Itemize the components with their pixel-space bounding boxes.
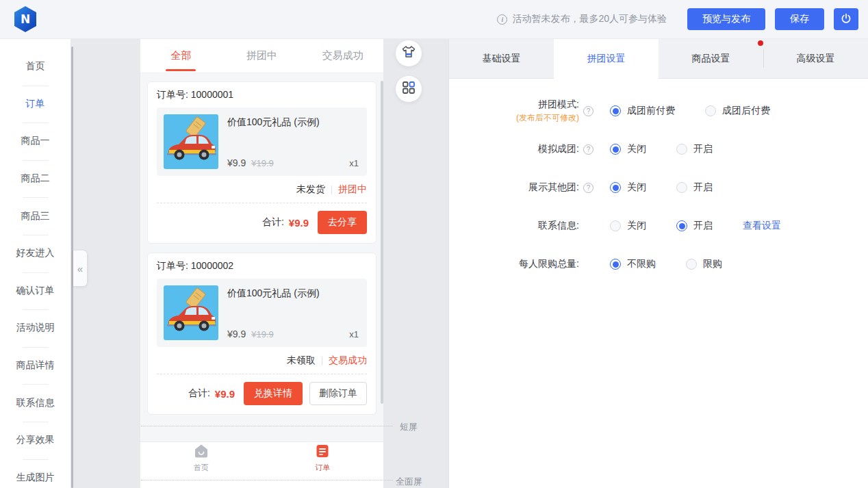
order-number: 订单号: 10000001 — [148, 82, 376, 107]
sidebar-item-product-detail[interactable]: 商品详情 — [0, 347, 71, 385]
product-info: 价值100元礼品 (示例) ¥9.9 ¥19.9 x1 — [227, 114, 360, 169]
help-icon[interactable] — [583, 183, 593, 193]
tab-deal-success[interactable]: 交易成功 — [303, 39, 383, 73]
redeem-detail-button[interactable]: 兑换详情 — [244, 382, 303, 405]
group-settings-form: 拼团模式: (发布后不可修改) 成团前付费 成团后付费 模拟成团: — [449, 79, 868, 279]
radio-on[interactable]: 开启 — [676, 181, 713, 194]
radio-group: 成团前付费 成团后付费 — [610, 105, 800, 117]
product-image — [164, 114, 218, 169]
ship-status: 未领取 — [287, 355, 316, 367]
order-card-footer: 合计: ¥9.9 兑换详情 删除订单 — [148, 374, 376, 414]
help-icon[interactable] — [583, 144, 593, 155]
sidebar-item-home[interactable]: 首页 — [0, 48, 71, 86]
form-row-purchase-limit: 每人限购总量: 不限购 限购 — [449, 250, 868, 279]
product-info: 价值100元礼品 (示例) ¥9.9 ¥19.9 x1 — [227, 285, 360, 340]
page-sidebar: 首页 订单 商品一 商品二 商品三 好友进入 确认订单 活动说明 商品详情 联系… — [0, 39, 71, 488]
app-root: N 活动暂未发布，最多20人可参与体验 预览与发布 保存 首页 订单 商品一 商… — [0, 0, 868, 488]
tabbar-item-orders[interactable]: 订单 — [262, 442, 384, 473]
order-status-tabs: 全部 拼团中 交易成功 — [140, 39, 383, 73]
view-settings-link[interactable]: 查看设置 — [743, 220, 781, 232]
full-screen-marker-line — [141, 480, 393, 480]
radio-icon — [676, 182, 687, 193]
product-priceline: ¥9.9 ¥19.9 x1 — [227, 157, 359, 168]
sidebar-item-generate-image[interactable]: 生成图片 — [0, 459, 71, 488]
phone-bottom-area: 首页 订单 — [140, 441, 383, 488]
sidebar-item-contact-info[interactable]: 联系信息 — [0, 384, 71, 422]
radio-icon — [610, 220, 621, 231]
total-amount: ¥9.9 — [289, 217, 309, 229]
sidebar-item-friend-entry[interactable]: 好友进入 — [0, 235, 71, 272]
radio-off[interactable]: 关闭 — [610, 181, 646, 194]
order-card: 订单号: 10000001 — [147, 81, 376, 244]
status-divider — [331, 185, 332, 194]
radio-pay-after-group[interactable]: 成团后付费 — [705, 105, 770, 117]
sidebar-item-activity-info[interactable]: 活动说明 — [0, 309, 71, 347]
theme-style-button[interactable] — [396, 40, 422, 66]
tab-product-settings[interactable]: 商品设置 — [659, 39, 763, 79]
product-quantity: x1 — [349, 329, 359, 339]
product-original-price: ¥19.9 — [251, 158, 274, 168]
radio-icon — [676, 220, 687, 231]
form-row-show-other-groups: 展示其他团: 关闭 开启 — [449, 173, 868, 202]
collapse-icon: « — [77, 263, 83, 274]
sidebar-item-orders[interactable]: 订单 — [0, 86, 71, 123]
sidebar-item-product1[interactable]: 商品一 — [0, 123, 71, 160]
form-row-simulate-group: 模拟成团: 关闭 开启 — [449, 135, 868, 164]
tab-all[interactable]: 全部 — [140, 39, 221, 73]
tab-group-settings[interactable]: 拼团设置 — [554, 39, 659, 79]
tab-grouping[interactable]: 拼团中 — [221, 39, 302, 73]
short-screen-marker-line — [141, 426, 393, 426]
notice-text: 活动暂未发布，最多20人可参与体验 — [512, 13, 667, 25]
radio-on[interactable]: 开启 — [676, 220, 713, 232]
radio-off[interactable]: 关闭 — [610, 220, 646, 232]
product-row[interactable]: 价值100元礼品 (示例) ¥9.9 ¥19.9 x1 — [157, 279, 367, 347]
deal-status: 拼团中 — [338, 183, 367, 196]
order-status-line: 未领取 交易成功 — [148, 347, 376, 374]
product-original-price: ¥19.9 — [251, 329, 274, 339]
tab-advanced-settings[interactable]: 高级设置 — [763, 39, 868, 79]
save-button[interactable]: 保存 — [775, 8, 824, 30]
help-icon[interactable] — [583, 106, 593, 116]
order-number: 订单号: 10000002 — [148, 253, 376, 279]
delete-order-button[interactable]: 删除订单 — [309, 382, 367, 405]
order-list: 订单号: 10000001 — [140, 73, 383, 415]
sidebar-item-product3[interactable]: 商品三 — [0, 197, 71, 235]
top-bar: N 活动暂未发布，最多20人可参与体验 预览与发布 保存 — [0, 0, 868, 39]
share-button[interactable]: 去分享 — [318, 211, 367, 234]
radio-icon — [610, 144, 621, 155]
row-sublabel: (发布后不可修改) — [449, 112, 579, 124]
radio-group: 关闭 开启 — [610, 143, 743, 155]
settings-panel: 基础设置 拼团设置 商品设置 高级设置 拼团模式: (发布后不可修改) 成团前付… — [448, 39, 868, 488]
settings-tabs: 基础设置 拼团设置 商品设置 高级设置 — [449, 39, 868, 79]
sidebar-item-confirm-order[interactable]: 确认订单 — [0, 272, 71, 310]
product-quantity: x1 — [349, 158, 359, 168]
power-icon — [840, 12, 852, 27]
layout-components-button[interactable] — [396, 76, 422, 102]
status-divider — [322, 357, 322, 365]
sidebar-item-share-effect[interactable]: 分享效果 — [0, 422, 71, 459]
full-screen-label: 全面屏 — [396, 476, 422, 488]
radio-pay-before-group[interactable]: 成团前付费 — [610, 105, 675, 117]
info-icon — [497, 14, 507, 25]
product-title: 价值100元礼品 (示例) — [227, 287, 359, 300]
radio-no-limit[interactable]: 不限购 — [610, 258, 656, 270]
preview-scrollbar[interactable] — [381, 81, 383, 404]
sidebar-item-product2[interactable]: 商品二 — [0, 160, 71, 198]
short-screen-label: 短屏 — [400, 421, 418, 433]
radio-icon — [705, 105, 716, 116]
preview-publish-button[interactable]: 预览与发布 — [687, 8, 765, 30]
radio-on[interactable]: 开启 — [676, 143, 713, 155]
tabbar-label: 首页 — [194, 463, 209, 473]
tab-basic-settings[interactable]: 基础设置 — [449, 39, 554, 79]
radio-group: 关闭 开启 查看设置 — [610, 220, 781, 232]
radio-off[interactable]: 关闭 — [610, 143, 646, 155]
tabbar-item-home[interactable]: 首页 — [140, 442, 262, 473]
product-image — [164, 285, 218, 340]
publish-status-notice: 活动暂未发布，最多20人可参与体验 — [497, 13, 667, 25]
total-amount: ¥9.9 — [215, 388, 235, 400]
product-row[interactable]: 价值100元礼品 (示例) ¥9.9 ¥19.9 x1 — [157, 107, 367, 176]
sidebar-collapse-button[interactable]: « — [73, 251, 87, 286]
power-button[interactable] — [834, 8, 858, 30]
product-title: 价值100元礼品 (示例) — [227, 116, 359, 129]
radio-limit[interactable]: 限购 — [686, 258, 722, 270]
